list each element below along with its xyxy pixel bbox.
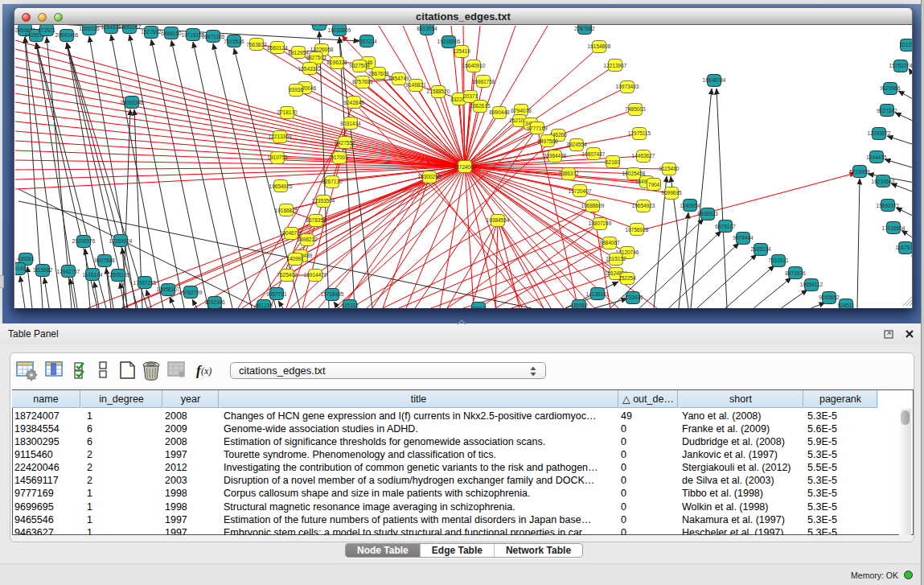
svg-text:10653267: 10653267 [118, 25, 142, 30]
svg-text:14463627: 14463627 [632, 153, 655, 159]
svg-text:924511: 924511 [837, 303, 855, 308]
svg-text:20691406: 20691406 [55, 32, 79, 38]
svg-text:973521: 973521 [38, 27, 55, 33]
svg-text:5215958: 5215958 [849, 169, 870, 175]
svg-text:252254: 252254 [618, 275, 636, 281]
svg-text:39149: 39149 [15, 266, 26, 271]
svg-text:7632621: 7632621 [768, 257, 789, 263]
svg-text:20364436: 20364436 [544, 153, 567, 159]
svg-text:12093872: 12093872 [868, 130, 891, 136]
svg-text:8471676: 8471676 [785, 270, 806, 276]
svg-text:6879197: 6879197 [715, 224, 736, 229]
svg-text:8454749: 8454749 [388, 76, 409, 81]
svg-text:1065326: 1065326 [79, 26, 100, 31]
svg-text:415332: 415332 [341, 303, 359, 308]
svg-text:917001: 917001 [331, 154, 348, 160]
svg-text:6497568: 6497568 [537, 138, 558, 144]
svg-text:8427552: 8427552 [335, 140, 355, 146]
svg-text:6466160: 6466160 [161, 31, 182, 36]
svg-text:10025458: 10025458 [622, 171, 646, 176]
svg-text:1244415: 1244415 [866, 154, 887, 160]
svg-text:18300295: 18300295 [418, 174, 441, 179]
svg-text:1145194: 1145194 [83, 272, 103, 278]
svg-text:93936: 93936 [289, 87, 303, 93]
svg-text:7386372: 7386372 [558, 171, 579, 176]
svg-text:12942757: 12942757 [57, 269, 80, 274]
svg-text:19218506: 19218506 [437, 39, 461, 44]
svg-text:10543382: 10543382 [298, 66, 322, 72]
svg-text:7357224: 7357224 [356, 39, 377, 44]
svg-text:1910755: 1910755 [267, 154, 288, 160]
svg-text:8990448: 8990448 [489, 109, 510, 115]
svg-text:16671355: 16671355 [202, 34, 225, 39]
svg-text:125419: 125419 [453, 48, 470, 54]
svg-text:16033809: 16033809 [328, 27, 351, 33]
svg-text:9115460: 9115460 [659, 166, 680, 171]
svg-text:8938923: 8938923 [697, 211, 718, 216]
svg-text:62160: 62160 [606, 159, 620, 165]
svg-text:17359924: 17359924 [109, 238, 133, 244]
svg-text:2718170: 2718170 [277, 109, 298, 115]
svg-text:9327508: 9327508 [349, 63, 370, 68]
svg-text:19166825: 19166825 [275, 208, 298, 213]
svg-text:19384554: 19384554 [487, 217, 510, 223]
svg-text:8813054: 8813054 [417, 26, 437, 31]
svg-text:73312: 73312 [471, 306, 486, 308]
svg-text:1733426: 1733426 [622, 295, 643, 300]
svg-text:140991: 140991 [286, 256, 304, 262]
svg-text:9245652: 9245652 [819, 295, 840, 300]
svg-text:9699695: 9699695 [661, 190, 682, 196]
svg-text:15751074: 15751074 [889, 63, 913, 68]
svg-text:20206576: 20206576 [72, 238, 96, 244]
svg-text:13226058: 13226058 [310, 47, 334, 52]
svg-text:9146821: 9146821 [405, 82, 426, 88]
svg-text:10046786: 10046786 [280, 230, 303, 236]
svg-text:16154808: 16154808 [588, 43, 611, 49]
svg-text:20371: 20371 [463, 93, 478, 99]
svg-text:2935114: 2935114 [751, 246, 771, 252]
svg-text:9329966: 9329966 [880, 85, 901, 91]
svg-text:9857791: 9857791 [266, 291, 287, 297]
svg-text:1640954: 1640954 [680, 203, 700, 208]
svg-text:(x): (x) [201, 365, 211, 377]
svg-text:16782759: 16782759 [179, 290, 203, 295]
svg-text:1292346: 1292346 [204, 299, 225, 305]
svg-text:12505135: 12505135 [107, 272, 130, 278]
svg-text:8660124: 8660124 [267, 45, 288, 51]
svg-text:1167533: 1167533 [896, 245, 913, 250]
svg-text:10654112: 10654112 [800, 282, 823, 287]
svg-text:15718485: 15718485 [321, 291, 344, 297]
svg-text:10958107: 10958107 [157, 286, 180, 292]
svg-text:9242848: 9242848 [343, 100, 364, 105]
svg-text:11125: 11125 [900, 42, 913, 47]
svg-text:10973493: 10973493 [616, 84, 639, 89]
svg-text:7904: 7904 [648, 182, 660, 187]
svg-text:7485003: 7485003 [625, 106, 646, 112]
svg-text:18807249: 18807249 [589, 220, 612, 226]
svg-text:8267130: 8267130 [322, 179, 343, 184]
svg-text:981235: 981235 [255, 303, 273, 308]
svg-text:1527602: 1527602 [141, 29, 162, 35]
svg-text:8196328: 8196328 [326, 60, 347, 65]
svg-text:9997588: 9997588 [94, 257, 115, 263]
svg-text:439061: 439061 [17, 256, 35, 262]
svg-text:6794078: 6794078 [511, 108, 532, 113]
svg-text:8678352: 8678352 [306, 217, 326, 223]
svg-text:12213967: 12213967 [604, 63, 627, 68]
svg-text:3824554: 3824554 [566, 142, 587, 147]
svg-text:19654925: 19654925 [269, 183, 293, 189]
svg-text:104531: 104531 [310, 25, 328, 27]
svg-text:10756928: 10756928 [626, 227, 649, 233]
svg-text:3498222: 3498222 [297, 237, 318, 242]
svg-text:19654923: 19654923 [632, 203, 655, 208]
svg-text:16648784: 16648784 [703, 77, 726, 83]
svg-text:1362615: 1362615 [470, 103, 491, 109]
svg-text:9777169: 9777169 [527, 126, 548, 131]
svg-text:12353594: 12353594 [312, 198, 335, 204]
svg-text:10688609: 10688609 [581, 203, 605, 208]
svg-text:17957225: 17957225 [133, 280, 157, 286]
svg-text:8031414: 8031414 [340, 121, 361, 126]
svg-text:9827503: 9827503 [306, 55, 326, 60]
svg-text:21588520: 21588520 [427, 89, 450, 94]
svg-text:15720407: 15720407 [569, 188, 592, 194]
